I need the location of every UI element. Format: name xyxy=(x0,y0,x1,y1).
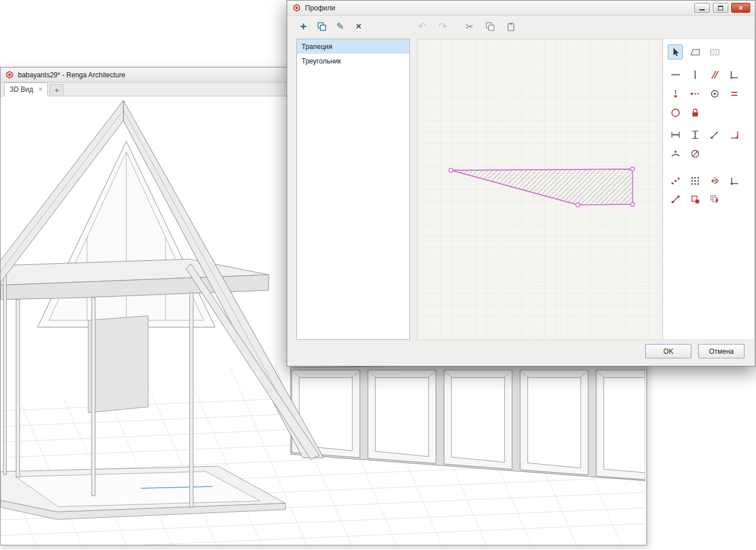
tool-axis-line[interactable] xyxy=(687,67,702,82)
aligned-dimension-icon xyxy=(709,129,720,140)
snap-square-icon xyxy=(690,194,701,205)
redo-button[interactable]: ↷ xyxy=(436,20,450,33)
tool-profile-hatch[interactable] xyxy=(687,44,702,59)
tool-arc-dimension[interactable] xyxy=(668,146,683,161)
perpendicular-icon xyxy=(729,69,740,80)
tab-label: 3D Вид xyxy=(10,85,33,93)
profiles-dialog: Профили × + ✎ × ↶ ↷ ✂ Трапе xyxy=(287,0,755,366)
profile-canvas[interactable] xyxy=(417,39,663,340)
diameter-dimension-icon xyxy=(690,148,701,159)
dialog-title: Профили xyxy=(305,4,335,12)
paste-button[interactable] xyxy=(504,20,518,33)
tool-center-circle[interactable] xyxy=(707,86,722,101)
copy-button[interactable] xyxy=(483,20,497,33)
undo-button[interactable]: ↶ xyxy=(415,20,429,33)
cut-button[interactable]: ✂ xyxy=(462,20,476,33)
tool-select[interactable] xyxy=(668,44,683,59)
tool-snap-square[interactable] xyxy=(687,192,702,207)
lock-icon xyxy=(690,107,701,118)
parallel-lines-icon xyxy=(709,69,720,80)
window-wall xyxy=(291,350,645,481)
renga-logo-icon xyxy=(5,70,14,79)
tool-dash-dot-line[interactable] xyxy=(687,86,702,101)
horizontal-dimension-icon xyxy=(670,129,681,140)
maximize-button[interactable] xyxy=(713,3,728,13)
select-tool-icon xyxy=(670,47,681,58)
duplicate-profile-button[interactable] xyxy=(315,20,329,33)
add-profile-button[interactable]: + xyxy=(296,20,310,33)
copy-icon xyxy=(485,21,495,32)
mirror-icon xyxy=(709,175,720,186)
array-lightning-icon xyxy=(709,194,720,205)
vertical-dimension-icon xyxy=(690,129,701,140)
dialog-titlebar[interactable]: Профили xyxy=(287,1,755,16)
tool-snap-grid[interactable] xyxy=(687,173,702,188)
tool-region-hatch[interactable] xyxy=(707,44,722,59)
delete-profile-button[interactable]: × xyxy=(352,20,366,33)
new-tab-button[interactable]: + xyxy=(50,84,63,96)
tool-horizontal-dimension[interactable] xyxy=(668,127,683,142)
deck-platform xyxy=(1,466,285,519)
snap-corner-icon xyxy=(729,175,740,186)
region-hatch-icon xyxy=(709,47,720,58)
tool-parallel-lines[interactable] xyxy=(707,67,722,82)
tool-snap-corner[interactable] xyxy=(727,173,742,188)
equal-constraint-icon xyxy=(729,88,740,99)
tool-perpendicular[interactable] xyxy=(727,67,742,82)
edit-profile-button[interactable]: ✎ xyxy=(333,20,347,33)
line-icon xyxy=(670,69,681,80)
door-panel xyxy=(88,316,148,413)
window-controls: × xyxy=(694,3,750,13)
tab-close-icon[interactable]: × xyxy=(38,86,42,93)
vertex-handle[interactable] xyxy=(631,167,635,171)
dialog-renga-icon xyxy=(292,3,301,12)
snap-grid-icon xyxy=(690,175,701,186)
tool-equal-constraint[interactable] xyxy=(727,86,742,101)
paste-icon xyxy=(506,21,516,32)
cancel-button[interactable]: Отмена xyxy=(698,344,744,358)
tool-lock[interactable] xyxy=(687,105,702,120)
close-button[interactable]: × xyxy=(731,3,750,13)
tool-diameter-dimension[interactable] xyxy=(687,146,702,161)
tool-snap-points[interactable] xyxy=(668,173,683,188)
tool-move[interactable] xyxy=(668,192,683,207)
minimize-icon xyxy=(699,9,705,10)
tool-array-lightning[interactable] xyxy=(707,192,722,207)
tool-aligned-dimension[interactable] xyxy=(707,127,722,142)
maximize-icon xyxy=(718,6,723,10)
tool-point[interactable] xyxy=(668,86,683,101)
arc-dimension-icon xyxy=(670,148,681,159)
tool-angle-dimension[interactable] xyxy=(727,127,742,142)
tool-panel xyxy=(663,39,755,340)
angle-dimension-icon xyxy=(729,129,740,140)
point-icon xyxy=(670,88,681,99)
profile-hatch-icon xyxy=(690,47,701,58)
axis-line-icon xyxy=(690,69,701,80)
vertex-handle[interactable] xyxy=(449,169,453,173)
list-item-triangle[interactable]: Треугольник xyxy=(297,54,409,68)
duplicate-icon xyxy=(317,21,327,32)
vertex-handle[interactable] xyxy=(631,203,635,207)
tab-3d-view[interactable]: 3D Вид × xyxy=(4,83,48,96)
tool-circle[interactable] xyxy=(668,105,683,120)
profile-canvas-svg xyxy=(418,39,662,339)
dash-dot-line-icon xyxy=(690,88,701,99)
tool-mirror[interactable] xyxy=(707,173,722,188)
dialog-toolbar: + ✎ × ↶ ↷ ✂ xyxy=(287,16,755,38)
list-item-trapezoid[interactable]: Трапеция xyxy=(297,39,409,54)
minimize-button[interactable] xyxy=(694,3,710,13)
move-icon xyxy=(670,194,681,205)
profile-list: Трапеция Треугольник xyxy=(296,39,410,340)
dialog-footer: OK Отмена xyxy=(287,339,755,366)
center-circle-icon xyxy=(709,88,720,99)
circle-icon xyxy=(670,107,681,118)
tool-line[interactable] xyxy=(668,67,683,82)
vertex-handle[interactable] xyxy=(576,203,580,207)
tool-vertical-dimension[interactable] xyxy=(687,127,702,142)
main-window-title: babayants29* - Renga Architecture xyxy=(18,71,125,79)
desktop: babayants29* - Renga Architecture 3D Вид… xyxy=(0,0,756,550)
ok-button[interactable]: OK xyxy=(645,344,691,358)
snap-points-icon xyxy=(670,175,681,186)
